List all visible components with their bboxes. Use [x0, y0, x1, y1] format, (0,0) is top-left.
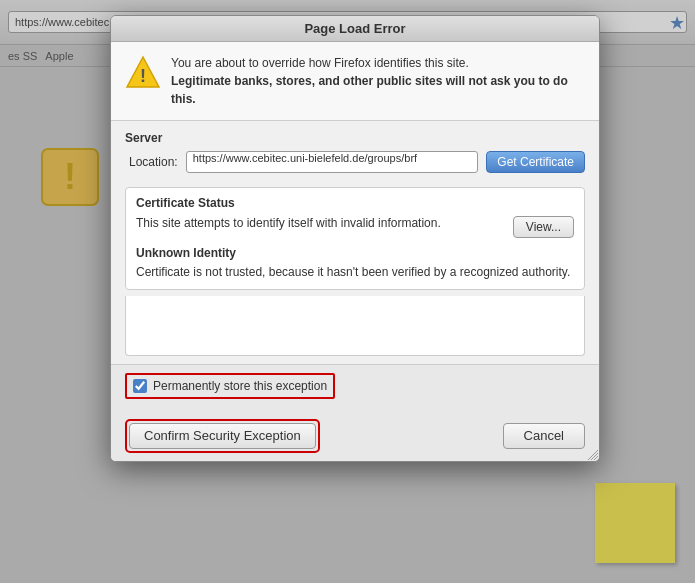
server-section-label: Server — [125, 131, 585, 145]
location-row: Location: https://www.cebitec.uni-bielef… — [129, 151, 585, 173]
get-certificate-button[interactable]: Get Certificate — [486, 151, 585, 173]
cert-section-title: Certificate Status — [136, 196, 574, 210]
view-certificate-button[interactable]: View... — [513, 216, 574, 238]
permanently-store-label: Permanently store this exception — [153, 379, 327, 393]
resize-handle[interactable] — [585, 447, 599, 461]
dialog-titlebar: Page Load Error — [111, 16, 599, 42]
confirm-button-wrapper: Confirm Security Exception — [125, 419, 320, 453]
dialog-title: Page Load Error — [304, 21, 405, 36]
cert-identity-title: Unknown Identity — [136, 246, 574, 260]
certificate-section: Certificate Status This site attempts to… — [125, 187, 585, 290]
location-input[interactable]: https://www.cebitec.uni-bielefeld.de/gro… — [186, 151, 479, 173]
cert-identity-desc: Certificate is not trusted, because it h… — [136, 264, 574, 281]
warning-text: You are about to override how Firefox id… — [171, 54, 585, 108]
permanently-store-checkbox[interactable] — [133, 379, 147, 393]
cert-empty-space — [125, 296, 585, 356]
bottom-area: Permanently store this exception Confirm… — [111, 364, 599, 461]
security-exception-dialog: Page Load Error ! You are about to overr… — [110, 15, 600, 462]
server-section: Server Location: https://www.cebitec.uni… — [111, 121, 599, 181]
svg-text:!: ! — [140, 66, 146, 86]
warning-triangle-icon: ! — [125, 54, 161, 90]
cert-description-text: This site attempts to identify itself wi… — [136, 216, 441, 230]
cancel-button[interactable]: Cancel — [503, 423, 585, 449]
button-row: Confirm Security Exception Cancel — [125, 419, 585, 453]
confirm-security-exception-button[interactable]: Confirm Security Exception — [129, 423, 316, 449]
warning-banner: ! You are about to override how Firefox … — [111, 42, 599, 121]
warning-line2: Legitimate banks, stores, and other publ… — [171, 74, 568, 106]
dialog-body: ! You are about to override how Firefox … — [111, 42, 599, 461]
location-label: Location: — [129, 155, 178, 169]
permanently-store-checkbox-row: Permanently store this exception — [125, 373, 335, 399]
warning-line1: You are about to override how Firefox id… — [171, 54, 585, 72]
cert-description: This site attempts to identify itself wi… — [136, 216, 574, 238]
